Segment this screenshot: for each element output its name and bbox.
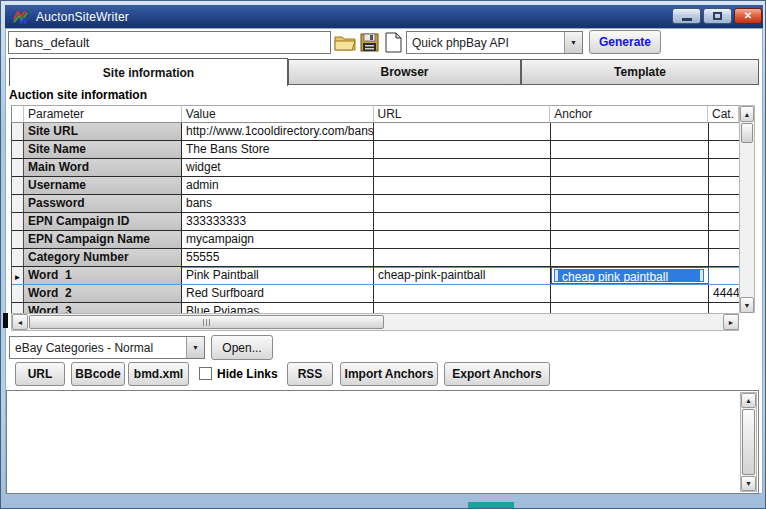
value-cell[interactable]: Pink Paintball <box>182 267 374 284</box>
value-cell[interactable]: 55555 <box>182 249 374 266</box>
cat-cell[interactable] <box>709 141 739 158</box>
scrollbar-thumb[interactable] <box>29 315 384 329</box>
url-cell[interactable] <box>374 249 551 266</box>
row-selector[interactable] <box>12 159 24 176</box>
column-header-url[interactable]: URL <box>374 106 551 122</box>
tab-template[interactable]: Template <box>521 59 759 85</box>
chevron-down-icon[interactable] <box>186 337 204 358</box>
anchor-cell[interactable] <box>551 123 709 140</box>
url-cell[interactable] <box>374 159 551 176</box>
url-cell[interactable]: cheap-pink-paintball <box>374 267 551 284</box>
url-cell[interactable] <box>374 303 551 313</box>
output-vertical-scrollbar[interactable] <box>740 392 757 492</box>
anchor-cell[interactable] <box>551 285 709 302</box>
scrollbar-thumb[interactable] <box>741 123 753 143</box>
cat-cell[interactable] <box>709 195 739 212</box>
value-cell[interactable]: The Bans Store <box>182 141 374 158</box>
cat-cell[interactable] <box>709 213 739 230</box>
row-selector[interactable] <box>12 267 24 284</box>
open-file-button[interactable] <box>333 30 357 54</box>
cat-cell[interactable] <box>709 267 739 284</box>
anchor-cell[interactable] <box>551 159 709 176</box>
grid-vertical-scrollbar[interactable] <box>739 105 755 313</box>
column-header-value[interactable]: Value <box>182 106 374 122</box>
scroll-down-arrow-icon[interactable] <box>741 476 756 491</box>
anchor-cell[interactable] <box>551 303 709 313</box>
cat-cell[interactable] <box>709 159 739 176</box>
url-cell[interactable] <box>374 141 551 158</box>
anchor-cell[interactable] <box>551 141 709 158</box>
row-selector[interactable] <box>12 285 24 302</box>
close-button[interactable] <box>734 8 762 24</box>
anchor-cell[interactable] <box>551 231 709 248</box>
param-cell[interactable]: EPN Campaign ID <box>24 213 182 230</box>
cat-cell[interactable] <box>709 249 739 266</box>
anchor-cell[interactable] <box>551 249 709 266</box>
param-cell[interactable]: Site URL <box>24 123 182 140</box>
row-selector[interactable] <box>12 177 24 194</box>
cat-cell[interactable]: 4444 <box>709 285 739 302</box>
bbcode-button[interactable]: BBcode <box>71 362 125 386</box>
maximize-button[interactable] <box>703 8 732 24</box>
scrollbar-thumb[interactable] <box>742 409 755 475</box>
value-cell[interactable]: Red Surfboard <box>182 285 374 302</box>
hide-links-checkbox[interactable] <box>199 367 212 380</box>
anchor-cell-editing[interactable]: cheap pink paintball <box>551 267 709 284</box>
value-cell[interactable]: Blue Pyjamas <box>182 303 374 313</box>
url-cell[interactable] <box>374 231 551 248</box>
value-cell[interactable]: mycampaign <box>182 231 374 248</box>
anchor-cell[interactable] <box>551 177 709 194</box>
param-cell[interactable]: Password <box>24 195 182 212</box>
param-cell[interactable]: Word 2 <box>24 285 182 302</box>
column-header-cat[interactable]: Cat. N <box>708 106 739 122</box>
param-cell[interactable]: Site Name <box>24 141 182 158</box>
column-header-parameter[interactable]: Parameter <box>24 106 182 122</box>
value-cell[interactable]: admin <box>182 177 374 194</box>
export-anchors-button[interactable]: Export Anchors <box>444 362 550 386</box>
value-cell[interactable]: bans <box>182 195 374 212</box>
row-selector[interactable] <box>12 195 24 212</box>
scroll-up-arrow-icon[interactable] <box>740 106 754 122</box>
import-anchors-button[interactable]: Import Anchors <box>340 362 438 386</box>
scroll-left-arrow-icon[interactable] <box>12 314 28 330</box>
chevron-down-icon[interactable] <box>564 32 582 53</box>
generate-button[interactable]: Generate <box>589 30 661 54</box>
ebay-categories-select[interactable]: eBay Categories - Normal <box>9 336 205 359</box>
scroll-down-arrow-icon[interactable] <box>740 297 754 313</box>
bmdxml-button[interactable]: bmd.xml <box>128 362 189 386</box>
grid-horizontal-scrollbar[interactable] <box>11 313 739 331</box>
row-selector[interactable] <box>12 123 24 140</box>
splitter-handle[interactable] <box>3 313 8 328</box>
minimize-button[interactable] <box>672 8 701 24</box>
param-cell[interactable]: Word 1 <box>24 267 182 284</box>
value-cell[interactable]: 333333333 <box>182 213 374 230</box>
open-categories-button[interactable]: Open... <box>211 335 273 360</box>
param-cell[interactable]: EPN Campaign Name <box>24 231 182 248</box>
profile-name-input[interactable] <box>8 31 331 54</box>
anchor-cell[interactable] <box>551 195 709 212</box>
url-cell[interactable] <box>374 213 551 230</box>
value-cell[interactable]: widget <box>182 159 374 176</box>
row-selector[interactable] <box>12 303 24 313</box>
param-cell[interactable]: Category Number <box>24 249 182 266</box>
api-type-select[interactable]: Quick phpBay API <box>406 31 583 54</box>
param-cell[interactable]: Word 3 <box>24 303 182 313</box>
row-selector[interactable] <box>12 249 24 266</box>
url-cell[interactable] <box>374 123 551 140</box>
url-cell[interactable] <box>374 195 551 212</box>
output-textarea[interactable] <box>6 390 759 494</box>
cat-cell[interactable] <box>709 177 739 194</box>
url-cell[interactable] <box>374 177 551 194</box>
cat-cell[interactable] <box>709 123 739 140</box>
row-selector[interactable] <box>12 231 24 248</box>
value-cell[interactable]: http://www.1cooldirectory.com/bans <box>182 123 374 140</box>
url-button[interactable]: URL <box>15 362 65 386</box>
url-cell[interactable] <box>374 285 551 302</box>
rss-button[interactable]: RSS <box>287 362 333 386</box>
new-file-button[interactable] <box>381 30 405 54</box>
tab-browser[interactable]: Browser <box>288 59 521 85</box>
scroll-right-arrow-icon[interactable] <box>723 314 739 330</box>
anchor-cell[interactable] <box>551 213 709 230</box>
cat-cell[interactable] <box>709 303 739 313</box>
save-button[interactable] <box>357 30 381 54</box>
